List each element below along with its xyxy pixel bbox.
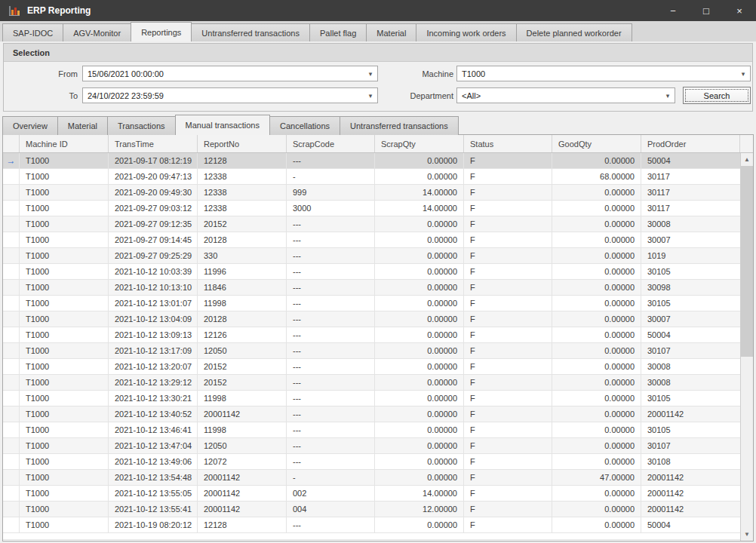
table-row[interactable]: T10002021-10-12 13:09:1312126---0.00000F… [3, 327, 740, 343]
table-row[interactable]: T10002021-09-27 09:14:4520128---0.00000F… [3, 232, 740, 248]
table-cell: T1000 [20, 248, 109, 264]
table-cell: 12050 [198, 438, 287, 454]
table-cell: 0.00000 [375, 311, 464, 327]
search-button[interactable]: Search [683, 87, 751, 104]
machine-combo[interactable]: T1000 ▾ [456, 66, 751, 81]
table-cell: 30008 [641, 216, 740, 232]
table-cell: 11996 [198, 264, 287, 280]
table-row[interactable]: T10002021-10-12 13:20:0720152---0.00000F… [3, 359, 740, 375]
sub-tab[interactable]: Material [57, 116, 108, 135]
chevron-down-icon[interactable]: ▾ [364, 88, 377, 103]
table-row[interactable]: T10002021-09-27 09:12:3520152---0.00000F… [3, 216, 740, 232]
column-header[interactable]: ReportNo [198, 135, 287, 152]
from-date-combo[interactable]: 15/06/2021 00:00:00 ▾ [82, 66, 378, 81]
table-cell: 0.00000 [375, 391, 464, 406]
table-cell: 2021-09-27 09:14:45 [109, 232, 198, 248]
table-cell: --- [287, 296, 375, 311]
table-row[interactable]: T10002021-10-12 13:49:0612072---0.00000F… [3, 454, 740, 470]
table-row[interactable]: T10002021-10-12 13:17:0912050---0.00000F… [3, 343, 740, 359]
scrollbar-thumb[interactable] [741, 166, 753, 357]
table-row[interactable]: T10002021-10-12 13:55:412000114200412.00… [3, 502, 740, 517]
main-tab[interactable]: Pallet flag [309, 23, 367, 41]
table-row[interactable]: T10002021-10-12 13:40:5220001142---0.000… [3, 406, 740, 422]
table-row[interactable]: T10002021-09-20 09:47:1312338-0.00000F68… [3, 169, 740, 185]
table-cell: --- [287, 422, 375, 438]
maximize-button[interactable]: □ [690, 0, 723, 21]
chevron-down-icon[interactable]: ▾ [736, 66, 750, 81]
table-cell: 0.00000 [552, 153, 641, 169]
table-cell: T1000 [20, 169, 109, 185]
table-row[interactable]: T10002021-10-12 13:55:052000114200214.00… [3, 486, 740, 502]
row-indicator-cell [3, 438, 20, 454]
table-row[interactable]: →T10002021-09-17 08:12:1912128---0.00000… [3, 153, 740, 169]
table-row[interactable]: T10002021-10-12 10:03:3911996---0.00000F… [3, 264, 740, 280]
row-indicator-cell [3, 517, 20, 533]
sub-tab[interactable]: Cancellations [269, 116, 340, 135]
column-header[interactable]: GoodQty [552, 135, 641, 152]
column-header[interactable]: ScrapCode [287, 135, 375, 152]
to-date-combo[interactable]: 24/10/2022 23:59:59 ▾ [82, 87, 378, 103]
sub-tab[interactable]: Overview [2, 116, 58, 135]
sub-tab[interactable]: Untransferred transactions [340, 116, 459, 135]
table-row[interactable]: T10002021-10-12 13:04:0920128---0.00000F… [3, 311, 740, 327]
department-combo[interactable]: <All> ▾ [456, 87, 675, 103]
table-cell: 50004 [641, 517, 740, 533]
sub-tab[interactable]: Transactions [107, 116, 176, 135]
table-cell: --- [287, 327, 375, 343]
table-cell: 0.00000 [375, 280, 464, 296]
sub-tab[interactable]: Manual transactions [175, 115, 270, 135]
title-bar: ERP Reporting − □ × [0, 0, 756, 21]
table-cell: 11846 [198, 280, 287, 296]
column-header[interactable]: ScrapQty [375, 135, 464, 152]
main-tab[interactable]: Material [366, 23, 416, 41]
table-cell: T1000 [20, 470, 109, 486]
table-cell: T1000 [20, 391, 109, 406]
table-cell: 2021-09-27 09:12:35 [109, 216, 198, 232]
table-cell: 30117 [641, 201, 740, 216]
main-tab[interactable]: Untransferred transactions [191, 23, 310, 41]
table-row[interactable]: T10002021-09-27 09:03:1212338300014.0000… [3, 201, 740, 216]
chevron-down-icon[interactable]: ▾ [661, 88, 675, 103]
column-header[interactable]: Status [464, 135, 552, 152]
table-cell: 12128 [198, 517, 287, 533]
table-cell: 002 [287, 486, 375, 502]
scroll-down-icon[interactable]: ▼ [741, 528, 753, 541]
main-tab[interactable]: SAP-IDOC [2, 23, 63, 41]
table-cell: 0.00000 [552, 375, 641, 391]
table-row[interactable]: T10002021-10-12 13:47:0412050---0.00000F… [3, 438, 740, 454]
table-cell: 2021-10-12 13:09:13 [109, 327, 198, 343]
vertical-scrollbar[interactable]: ▲ ▼ [740, 153, 753, 541]
table-cell: 999 [287, 185, 375, 201]
column-header[interactable]: TransTime [109, 135, 198, 152]
transactions-grid: Machine IDTransTimeReportNoScrapCodeScra… [2, 134, 754, 541]
table-cell: 20001142 [641, 502, 740, 517]
table-cell: T1000 [20, 216, 109, 232]
close-button[interactable]: × [723, 0, 756, 21]
machine-value: T1000 [457, 69, 736, 78]
column-header[interactable]: ProdOrder [641, 135, 740, 152]
table-row[interactable]: T10002021-10-19 08:20:1212128---0.00000F… [3, 517, 740, 533]
table-cell: 0.00000 [552, 327, 641, 343]
table-row[interactable]: T10002021-09-20 09:49:301233899914.00000… [3, 185, 740, 201]
table-row[interactable]: T10002021-10-12 13:30:2111998---0.00000F… [3, 391, 740, 406]
table-row[interactable]: T10002021-10-12 13:46:4111998---0.00000F… [3, 422, 740, 438]
scroll-up-icon[interactable]: ▲ [741, 153, 753, 166]
chevron-down-icon[interactable]: ▾ [364, 66, 377, 81]
table-cell: 0.00000 [552, 391, 641, 406]
table-cell: T1000 [20, 359, 109, 375]
column-header[interactable]: Machine ID [20, 135, 109, 152]
table-row[interactable]: T10002021-10-12 10:13:1011846---0.00000F… [3, 280, 740, 296]
table-row[interactable]: T10002021-10-12 13:54:4820001142-0.00000… [3, 470, 740, 486]
table-cell: F [464, 375, 552, 391]
table-row[interactable]: T10002021-09-27 09:25:29330---0.00000F0.… [3, 248, 740, 264]
main-tab[interactable]: Delete planned workorder [516, 23, 632, 41]
main-tab[interactable]: Incoming work orders [416, 23, 516, 41]
table-row[interactable]: T10002021-10-12 13:01:0711998---0.00000F… [3, 296, 740, 311]
table-cell: 20001142 [198, 486, 287, 502]
table-cell: 30117 [641, 185, 740, 201]
main-tab[interactable]: AGV-Monitor [63, 23, 131, 41]
minimize-button[interactable]: − [656, 0, 690, 21]
table-row[interactable]: T10002021-10-12 13:29:1220152---0.00000F… [3, 375, 740, 391]
table-cell: 0.00000 [375, 232, 464, 248]
main-tab[interactable]: Reportings [131, 22, 192, 41]
